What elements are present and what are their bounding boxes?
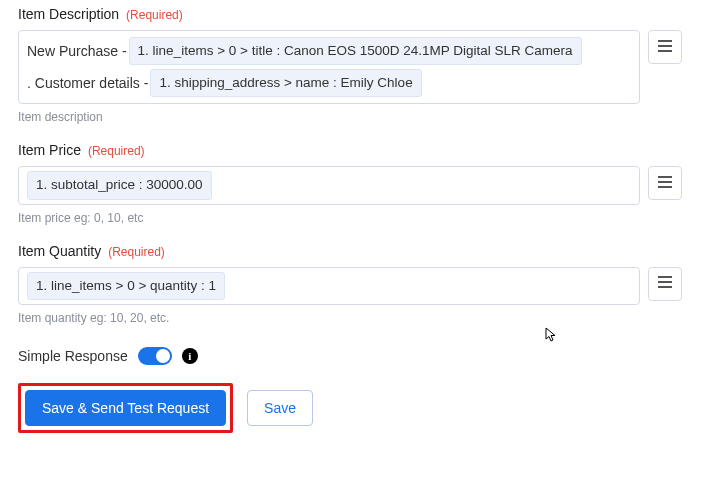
variable-pill[interactable]: 1. subtotal_price : 30000.00 <box>27 171 212 199</box>
save-button[interactable]: Save <box>247 390 313 426</box>
menu-icon <box>657 175 673 192</box>
item-price-help: Item price eg: 0, 10, etc <box>18 211 682 225</box>
item-quantity-menu-button[interactable] <box>648 267 682 301</box>
button-row: Save & Send Test Request Save <box>18 383 682 433</box>
label-text: Item Description <box>18 6 119 22</box>
item-price-input[interactable]: 1. subtotal_price : 30000.00 <box>18 166 640 204</box>
required-badge: (Required) <box>108 245 165 259</box>
field-item-description: Item Description (Required) New Purchase… <box>18 6 682 124</box>
item-description-menu-button[interactable] <box>648 30 682 64</box>
label-text: Item Price <box>18 142 81 158</box>
field-item-price: Item Price (Required) 1. subtotal_price … <box>18 142 682 224</box>
info-icon[interactable]: i <box>182 348 198 364</box>
menu-icon <box>657 39 673 56</box>
item-description-label: Item Description (Required) <box>18 6 682 22</box>
item-price-label: Item Price (Required) <box>18 142 682 158</box>
variable-pill[interactable]: 1. line_items > 0 > title : Canon EOS 15… <box>129 37 582 65</box>
toggle-knob <box>156 349 170 363</box>
item-quantity-input[interactable]: 1. line_items > 0 > quantity : 1 <box>18 267 640 305</box>
required-badge: (Required) <box>126 8 183 22</box>
highlight-box: Save & Send Test Request <box>18 383 233 433</box>
simple-response-row: Simple Response i <box>18 347 682 365</box>
variable-pill[interactable]: 1. line_items > 0 > quantity : 1 <box>27 272 225 300</box>
label-text: Item Quantity <box>18 243 101 259</box>
text-segment: New Purchase - <box>27 38 127 65</box>
item-quantity-label: Item Quantity (Required) <box>18 243 682 259</box>
save-send-test-request-button[interactable]: Save & Send Test Request <box>25 390 226 426</box>
item-quantity-help: Item quantity eg: 10, 20, etc. <box>18 311 682 325</box>
item-description-help: Item description <box>18 110 682 124</box>
simple-response-label: Simple Response <box>18 348 128 364</box>
variable-pill[interactable]: 1. shipping_address > name : Emily Chloe <box>150 69 421 97</box>
menu-icon <box>657 275 673 292</box>
item-price-menu-button[interactable] <box>648 166 682 200</box>
required-badge: (Required) <box>88 144 145 158</box>
text-segment: . Customer details - <box>27 70 148 97</box>
simple-response-toggle[interactable] <box>138 347 172 365</box>
item-description-input[interactable]: New Purchase - 1. line_items > 0 > title… <box>18 30 640 104</box>
field-item-quantity: Item Quantity (Required) 1. line_items >… <box>18 243 682 325</box>
